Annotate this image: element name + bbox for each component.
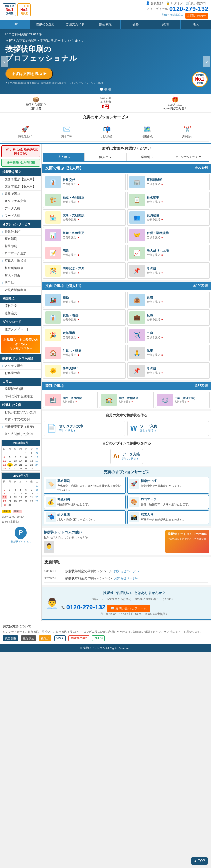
sidebar-item-kojin[interactable]: 文面で選ぶ【個人用】 [0,183,41,191]
tab-hojin[interactable]: 法人用 [43,153,85,161]
card-shukko[interactable]: ✈️ 出向 文例を見る ● [127,327,210,343]
hero-dot-1[interactable] [100,88,103,91]
card-word-input[interactable]: W ワード入稿 詳しく見る ● [127,421,209,436]
register-link[interactable]: 👤 会員登録 [146,1,163,6]
sidebar-item-atena[interactable]: 宛名印刷 [0,236,41,243]
card-jimusho[interactable]: 🏢 事務所移転 文例を見る ● [127,174,210,190]
nav-guide[interactable]: ご注文ガイド [60,20,90,29]
card-hojinnari[interactable]: 📈 法人成り・上場 文例を見る ● [127,245,210,261]
opt-card-logo2[interactable]: 🎨 ロゴマーク 会社・店舗のマークを印刷いたします。 [127,495,209,509]
nav-top[interactable]: TOP [0,20,30,29]
card-shiten[interactable]: 🏪 支店・支社開設 文例を見る ● [43,209,126,226]
nav-post[interactable]: 投函依頼 [90,20,121,29]
opt-card-tokkyu2[interactable]: 🚀 特急仕上げ 特急料金で当日出荷いたします。 [127,477,209,494]
card-shunen[interactable]: 🎊 周年記念・式典 文例を見る ● [43,262,126,279]
card-tenshoku[interactable]: 💼 転職 文例を見る ● [127,309,210,326]
opt-card-atena[interactable]: 🏷️ 宛名印刷 宛名印刷で印刷します。はがきに直接宛名を印刷いたします。 [44,477,126,494]
sidebar-corona-box[interactable]: コロナ禍における挨拶状文例はこちら [1,145,40,157]
shunen-img: 🎊 [45,265,61,277]
card-taishoku[interactable]: 👜 退職 文例を見る ● [127,292,210,308]
contact-email-btn[interactable]: ✉️ お問い合わせフォーム [107,605,150,612]
original-text-link[interactable]: 詳しく見る ● [59,429,83,433]
nav-delivery[interactable]: 納期 [151,20,181,29]
tab-original[interactable]: オリジナルで作る [168,153,209,161]
card-butsuju[interactable]: 🙏 仏事 文例を見る ● [127,345,210,361]
sidebar-item-gyoshu[interactable]: 業種で選ぶ [0,191,41,198]
sidebar-item-tax[interactable]: 消費税率変更（履歴） [0,424,41,431]
sidebar-item-henshin[interactable]: 対照表返信葉書 [0,287,41,294]
opt-icon-chizu[interactable]: 🗺️ 地図作成 [141,124,153,139]
hero-dot-2[interactable] [104,88,107,91]
card-dokuritsu[interactable]: 🏗️ 独立・会社設立 文例を見る ● [43,192,126,208]
cart-link[interactable]: 🛒 買い物カゴ [186,1,206,6]
sidebar-item-word[interactable]: ワード入稿 [0,212,41,220]
nav-choose[interactable]: 挨拶状を選ぶ [30,20,60,29]
nav-corporate[interactable]: 法人 [181,20,211,29]
sidebar-item-tips[interactable]: 印刷に関する豆知識 [0,393,41,400]
tab-kojin[interactable]: 個人用 [85,153,126,161]
sidebar-item-logo[interactable]: ロゴマーク追加 [0,250,41,258]
news-link-1[interactable]: お知らせページへ [114,569,139,574]
card-gappei[interactable]: 🤝 合併・業務提携 文例を見る ● [127,227,210,243]
card-hospital[interactable]: 🏥 病院・医療機関 文例を見る ● [43,392,98,408]
card-tenkin[interactable]: 🚂 転勤 文例を見る ● [43,292,126,308]
sidebar-item-tsuika[interactable]: 追加注文 [0,310,41,317]
card-shamei[interactable]: 📋 社名変更 文例を見る ● [127,192,210,208]
sidebar-item-knowledge[interactable]: 挨拶状の知識 [0,386,41,393]
premium-promo[interactable]: 挨拶状ドットコム Premium 2,000点以上のデザインで作成可能 [165,530,209,553]
login-link[interactable]: 🔒 ログイン [166,1,183,6]
card-original-text[interactable]: 📄 オリジナル文章 詳しく見る ● [44,421,125,436]
hero-dot-3[interactable] [108,88,111,91]
news-link-2[interactable]: お知らせページへ [114,577,139,581]
fax-link[interactable]: 見積もり対応窓口 [161,13,184,19]
hero-arrow-left[interactable]: ‹ [1,56,8,67]
opt-card-ryokin[interactable]: 💰 料金別納 料金別納印刷いたします。 [44,495,126,509]
card-haigyo[interactable]: 📝 廃業 文例を見る ● [43,245,126,261]
opt-icon-futo[interactable]: 📬 封入投函 [101,124,112,139]
card-lawyer[interactable]: ⚖️ 士業（税理士等） 文例を見る ● [155,392,210,408]
card-chakuni[interactable]: 👔 就任・着任 文例を見る ● [43,309,126,326]
kojin-card-grid: 🚂 転勤 文例を見る ● 👜 退職 文例を見る ● [42,290,211,380]
nav-price[interactable]: 価格 [121,20,151,29]
sidebar-item-kittebari[interactable]: 切手貼り [0,279,41,287]
sidebar-item-futo-print[interactable]: 封筒印刷 [0,243,41,250]
sidebar-item-photo[interactable]: 写真入り挨拶状 [0,258,41,265]
sidebar-item-hojin[interactable]: 文面で選ぶ【法人用】 [0,176,41,183]
sidebar-item-staff[interactable]: スタッフ紹介 [0,362,41,370]
card-school[interactable]: 🏫 学校・教育関係 文例を見る ● [99,392,154,408]
card-sonota-kojin[interactable]: 📌 その他 文例を見る ● [127,362,210,379]
sidebar-mitsumori-promo[interactable]: お見積もりをご希望の方はこちら ミツモリマスター [1,335,40,353]
sidebar-item-ryokin[interactable]: 料金別納印刷 [0,265,41,272]
card-soshiki[interactable]: 📊 組織・各種変更 文例を見る ● [43,227,126,243]
opt-icon-kitte[interactable]: ✂️ 切手貼り [182,124,193,139]
sidebar-item-fuin[interactable]: 封入・封函 [0,272,41,279]
sidebar-item-nengajo[interactable]: 年賀・年式の文例 [0,416,41,424]
sidebar-item-original[interactable]: オリジナル文章 [0,198,41,205]
tab-gyoshu[interactable]: 業種別 [127,153,168,161]
opt-card-fuin2[interactable]: 📬 封入投函 封入・投函代行サービスです。 [44,510,126,524]
card-hikkoshi[interactable]: 🏠 引越し・転居 文例を見る ● [43,345,126,361]
opt-icon-atena[interactable]: ✉️ 宛名印刷 [61,124,72,139]
card-sonota-hojin[interactable]: 📌 その他 文例を見る ● [127,262,210,279]
sidebar-item-ryuure[interactable]: 流れ注文 [0,303,41,310]
sidebar-summer-box[interactable]: 暑中見舞いはがき印刷 [1,159,40,167]
opt-card-photo2[interactable]: 📸 写真入り 写真データを挨拶状にまとめます。 [127,510,209,524]
word-link[interactable]: 詳しく見る ● [140,429,157,433]
sidebar-item-oiwai[interactable]: お祝いに使いたい文例 [0,409,41,416]
card-shochu[interactable]: 🌞 暑中見舞い 文例を見る ● [43,362,126,379]
sidebar-item-voices[interactable]: お客様の声 [0,370,41,377]
sidebar-item-template[interactable]: 住所テンプレート [0,326,41,333]
opt-icon-tokkyu[interactable]: 🚀 特急仕上げ [18,124,32,139]
opt-atena-text: 宛名印刷 宛名印刷で印刷します。はがきに直接宛名を印刷いたします。 [57,479,124,492]
card-yakuin[interactable]: 👥 役員改選 文例を見る ● [127,209,210,226]
card-shacho[interactable]: 👔 社長交代 文例を見る ● [43,174,126,190]
hero-cta-button[interactable]: まずは文例を選ぶ ▶ [5,68,53,80]
sidebar-item-data[interactable]: データ入稿 [0,205,41,212]
email-button[interactable]: お問い合わせ [185,13,208,19]
card-teinen[interactable]: 🎉 定年退職 文例を見る ● [43,327,126,343]
card-data-input[interactable]: Ai データ入稿 詳しく見る ● [110,449,143,464]
data-input-link[interactable]: 詳しく見る ● [122,457,140,461]
sidebar-item-tokkyu[interactable]: 特急仕上げ [0,228,41,236]
sidebar-item-torihiki[interactable]: 取引先関係した文例 [0,431,41,438]
hero-arrow-right[interactable]: › [203,56,210,67]
